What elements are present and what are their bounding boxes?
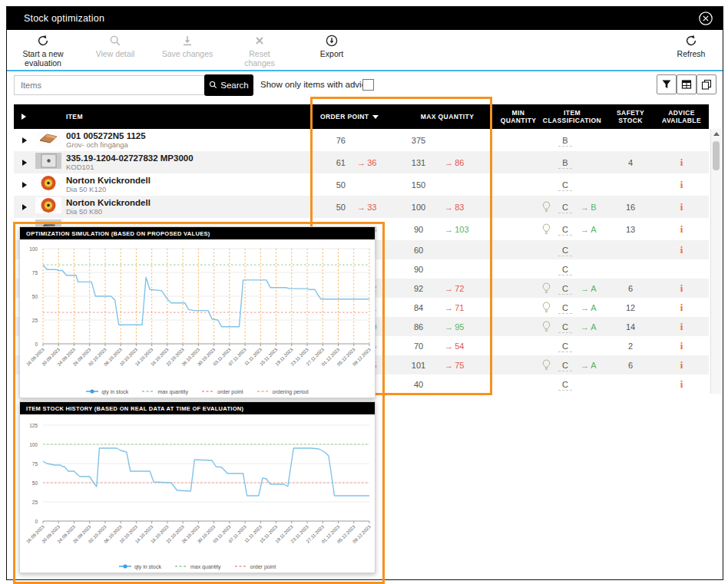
svg-text:100: 100 <box>29 246 38 252</box>
history-chart-title: ITEM STOCK HISTORY (BASED ON REAL DATA A… <box>20 402 375 414</box>
copy-icon[interactable] <box>697 74 716 94</box>
max-quantity-proposed: → 71 <box>442 303 499 312</box>
export-button[interactable]: Export <box>305 35 359 68</box>
header-max-quantity[interactable]: MAX QUANTITY <box>395 113 499 120</box>
row-expander-icon[interactable] <box>14 204 35 210</box>
advice-available-icon[interactable]: i <box>654 244 709 256</box>
advice-bulb-icon[interactable] <box>538 223 554 235</box>
close-icon[interactable] <box>698 11 713 26</box>
row-expander-icon[interactable] <box>14 160 35 166</box>
item-subtitle: Dia 50 K80 <box>66 207 315 216</box>
safety-stock-value: 6 <box>607 284 654 293</box>
max-quantity-value: 100 <box>395 203 442 212</box>
legend-item: max quantity <box>175 563 221 569</box>
search-row: Search Show only items with advice: <box>7 71 723 102</box>
max-quantity-proposed: → 54 <box>442 341 499 351</box>
header-expander-column <box>14 114 35 120</box>
table-row[interactable]: 001 005272N5 1125Grov- och fingänga76375… <box>14 129 709 151</box>
search-button-label: Search <box>220 81 248 90</box>
header-safety-stock[interactable]: SAFETY STOCK <box>607 109 654 124</box>
row-expander-icon[interactable] <box>14 137 35 144</box>
svg-text:75: 75 <box>32 461 38 467</box>
advice-available-icon[interactable]: i <box>654 302 709 314</box>
svg-text:0: 0 <box>35 519 38 524</box>
refresh-icon <box>16 35 70 48</box>
toolbar-button-label: View detail <box>88 49 142 58</box>
header-item-classification[interactable]: ITEM CLASSIFICATION <box>538 109 607 124</box>
header-advice-available[interactable]: ADVICE AVAILABLE <box>654 109 709 124</box>
advice-filter-checkbox[interactable] <box>362 79 374 91</box>
stock-optimization-window: Stock optimization Start a new evaluatio… <box>6 6 723 580</box>
window-title: Stock optimization <box>24 13 104 24</box>
item-thumbnail <box>35 175 66 194</box>
table-icon[interactable] <box>677 74 697 94</box>
search-button[interactable]: Search <box>204 74 253 96</box>
history-chart-legend: qty in stockmax quantityorder point <box>20 563 375 569</box>
refresh-button[interactable]: Refresh <box>670 35 712 58</box>
item-classification-value: C <box>554 361 576 370</box>
advice-available-icon[interactable]: i <box>654 321 709 333</box>
item-name: Norton Kvickrondell <box>66 176 315 185</box>
max-quantity-value: 101 <box>395 361 442 370</box>
max-quantity-proposed: → 75 <box>442 361 499 370</box>
expand-all-icon[interactable] <box>22 114 26 120</box>
filter-icon[interactable] <box>657 74 677 94</box>
max-quantity-value: 86 <box>395 322 442 332</box>
scrollbar-thumb[interactable] <box>713 141 720 170</box>
max-quantity-value: 92 <box>395 284 442 293</box>
max-quantity-value: 150 <box>395 180 442 190</box>
max-quantity-proposed: → 103 <box>442 225 499 234</box>
max-quantity-value: 375 <box>395 136 442 145</box>
search-input[interactable] <box>14 75 206 95</box>
item-name-cell: Norton KvickrondellDia 50 K120 <box>66 176 315 193</box>
max-quantity-proposed: → 72 <box>442 284 499 293</box>
safety-stock-value: 2 <box>607 341 654 351</box>
advice-bulb-icon[interactable] <box>538 321 554 332</box>
order-point-value: 50 <box>315 180 353 190</box>
start-a-new-evaluation-button[interactable]: Start a new evaluation <box>16 35 70 68</box>
safety-stock-value: 4 <box>607 158 654 167</box>
table-row[interactable]: 335.19-1204-02727832 MP3000KOD10161→ 361… <box>14 151 709 173</box>
advice-available-icon[interactable]: i <box>654 201 709 213</box>
advice-bulb-icon[interactable] <box>538 359 554 371</box>
advice-available-icon[interactable]: i <box>654 340 709 352</box>
table-row[interactable]: Norton KvickrondellDia 50 K12050150Ci <box>14 173 709 196</box>
advice-bulb-icon[interactable] <box>538 201 554 213</box>
advice-filter-label: Show only items with advice: <box>260 80 373 89</box>
header-order-point[interactable]: ORDER POINT <box>315 113 395 120</box>
item-name-cell: 335.19-1204-02727832 MP3000KOD101 <box>66 153 315 171</box>
svg-text:75: 75 <box>32 270 38 276</box>
item-thumbnail <box>35 197 66 216</box>
advice-bulb-icon[interactable] <box>538 302 554 313</box>
safety-stock-value: 16 <box>607 203 654 212</box>
svg-text:50: 50 <box>32 294 38 299</box>
item-name: Norton Kvickrondell <box>66 198 315 207</box>
advice-available-icon[interactable]: i <box>654 282 709 295</box>
item-thumbnail <box>35 153 66 172</box>
row-expander-icon[interactable] <box>14 182 35 188</box>
export-icon <box>305 35 359 48</box>
advice-available-icon[interactable]: i <box>654 157 709 169</box>
safety-stock-value: 13 <box>607 225 654 234</box>
max-quantity-value: 131 <box>395 158 442 167</box>
item-classification-value: C <box>554 225 576 234</box>
scrollbar-up-icon[interactable] <box>711 129 721 139</box>
table-scrollbar[interactable] <box>710 129 721 394</box>
order-point-proposed: → 36 <box>353 158 395 167</box>
max-quantity-value: 40 <box>395 380 442 389</box>
table-row[interactable]: Norton KvickrondellDia 50 K8050→ 33100→ … <box>14 196 709 218</box>
advice-available-icon[interactable]: i <box>654 378 709 391</box>
max-quantity-value: 90 <box>395 225 442 234</box>
advice-bulb-icon[interactable] <box>538 282 554 294</box>
legend-item: order point <box>235 563 276 569</box>
advice-available-icon[interactable]: i <box>654 179 709 191</box>
header-min-quantity[interactable]: MIN QUANTITY <box>499 109 538 124</box>
advice-available-icon[interactable]: i <box>654 223 709 236</box>
search-icon <box>209 81 217 91</box>
safety-stock-value: 6 <box>607 361 654 370</box>
item-classification-proposed: → B <box>576 203 607 212</box>
legend-item: qty in stock <box>119 563 161 569</box>
stock-history-chart: ITEM STOCK HISTORY (BASED ON REAL DATA A… <box>19 401 376 573</box>
advice-available-icon[interactable]: i <box>654 359 709 371</box>
refresh-icon <box>670 35 712 48</box>
